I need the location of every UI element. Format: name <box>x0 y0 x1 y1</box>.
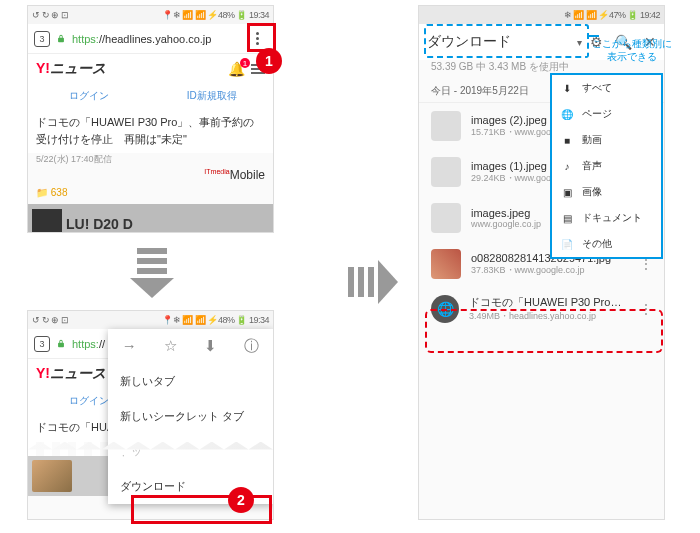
url-text[interactable]: https://headlines.yahoo.co.jp <box>72 33 241 45</box>
yahoo-header: Y!ニュース 🔔1 <box>28 54 273 84</box>
lock-icon <box>56 34 66 44</box>
thumbnail <box>431 203 461 233</box>
filter-video[interactable]: ■動画 <box>552 127 661 153</box>
document-icon: ▤ <box>560 213 574 224</box>
lock-icon <box>56 339 66 349</box>
login-tab[interactable]: ログイン <box>28 84 151 108</box>
filter-other[interactable]: 📄その他 <box>552 231 661 257</box>
download-icon[interactable]: ⬇ <box>204 337 217 356</box>
filter-page[interactable]: 🌐ページ <box>552 101 661 127</box>
more-icon[interactable]: ⋮ <box>640 257 652 271</box>
filter-all[interactable]: ⬇すべて <box>552 75 661 101</box>
annotation-result-highlight <box>425 309 663 353</box>
wavy-cut <box>28 442 273 456</box>
menu-incognito[interactable]: 新しいシークレット タブ <box>108 399 273 434</box>
video-icon: ■ <box>560 135 574 146</box>
signup-tab[interactable]: ID新規取得 <box>151 84 274 108</box>
yahoo-tabs: ログイン ID新規取得 <box>28 84 273 108</box>
filter-doc[interactable]: ▤ドキュメント <box>552 205 661 231</box>
tab-count-icon[interactable]: 3 <box>34 31 50 47</box>
star-icon[interactable]: ☆ <box>164 337 177 356</box>
globe-icon: 🌐 <box>560 109 574 120</box>
image-icon: ▣ <box>560 187 574 198</box>
thumbnail-strip: LU! D20 D <box>28 204 273 233</box>
article-date: 5/22(水) 17:40配信 <box>28 153 273 166</box>
annotation-filter-highlight <box>424 24 589 58</box>
comment-count[interactable]: 📁 638 <box>28 185 273 200</box>
yahoo-logo: Y!ニュース <box>36 60 106 78</box>
filter-dropdown: ⬇すべて 🌐ページ ■動画 ♪音声 ▣画像 ▤ドキュメント 📄その他 <box>550 73 663 259</box>
arrow-down-icon <box>130 248 174 298</box>
annotation-badge-2: 2 <box>228 487 254 513</box>
source-label: ITmediaMobile <box>28 166 273 185</box>
url-bar: 3 https://headlines.yahoo.co.jp <box>28 24 273 54</box>
thumbnail <box>431 249 461 279</box>
chrome-menu: → ☆ ⬇ ⓘ 新しいタブ 新しいシークレット タブ ブッ ダウンロード <box>108 329 273 504</box>
arrow-right-icon <box>348 260 398 304</box>
audio-icon: ♪ <box>560 161 574 172</box>
annotation-note: ここから種類別に表示できる <box>592 37 672 63</box>
yahoo-logo: Y!ニュース <box>36 365 106 383</box>
tab-count-icon[interactable]: 3 <box>34 336 50 352</box>
menu-new-tab[interactable]: 新しいタブ <box>108 364 273 399</box>
thumbnail <box>431 157 461 187</box>
status-bar: ↺ ↻ ⊕ ⊡📍❄ 📶 📶 ⚡48% 🔋 19:34 <box>28 6 273 24</box>
bell-icon[interactable]: 🔔1 <box>228 61 245 77</box>
info-icon[interactable]: ⓘ <box>244 337 259 356</box>
file-icon: 📄 <box>560 239 574 250</box>
phone-screenshot-1: ↺ ↻ ⊕ ⊡📍❄ 📶 📶 ⚡48% 🔋 19:34 3 https://hea… <box>27 5 274 233</box>
annotation-badge-1: 1 <box>256 48 282 74</box>
status-bar: ↺ ↻ ⊕ ⊡📍❄ 📶 📶 ⚡48% 🔋 19:34 <box>28 311 273 329</box>
article-headline[interactable]: ドコモの「HUAWEI P30 Pro」、事前予約の受け付けを停止 再開は"未定… <box>28 108 273 153</box>
status-bar: ❄ 📶 📶 ⚡47% 🔋 19:42 <box>419 6 664 24</box>
filter-image[interactable]: ▣画像 <box>552 179 661 205</box>
thumbnail <box>431 111 461 141</box>
forward-icon[interactable]: → <box>122 337 137 356</box>
filter-audio[interactable]: ♪音声 <box>552 153 661 179</box>
download-icon: ⬇ <box>560 83 574 94</box>
